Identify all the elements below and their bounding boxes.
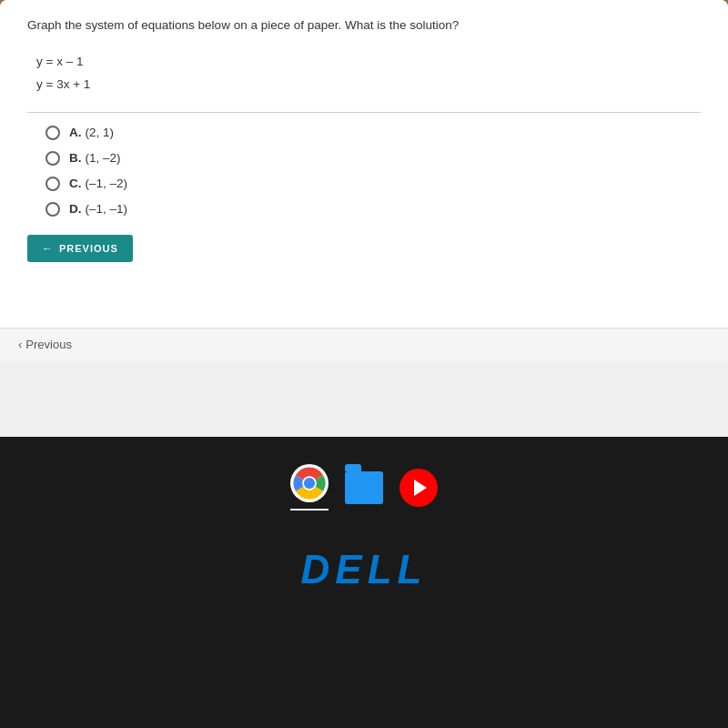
nav-arrow-icon: ‹ (18, 338, 22, 351)
svg-point-3 (304, 478, 315, 489)
previous-button[interactable]: ← PREVIOUS (27, 235, 133, 262)
equations-block: y = x – 1 y = 3x + 1 (27, 51, 701, 96)
quiz-panel: Graph the system of equations below on a… (0, 0, 728, 328)
option-d[interactable]: D. (–1, –1) (46, 202, 701, 217)
taskbar-icons (290, 464, 438, 511)
divider (27, 112, 701, 113)
option-c[interactable]: C. (–1, –2) (46, 177, 701, 191)
monitor-screen: Graph the system of equations below on a… (0, 0, 728, 446)
option-d-label: D. (69, 202, 82, 216)
radio-b[interactable] (46, 151, 60, 166)
folder-icon (345, 471, 383, 504)
chrome-icon-wrapper[interactable] (290, 464, 329, 511)
options-list: A. (2, 1) B. (1, –2) C. (–1, –2) D. (–1,… (27, 126, 701, 217)
equation-2: y = 3x + 1 (36, 74, 701, 96)
dell-logo-area: DELL (301, 547, 428, 592)
page-nav-previous[interactable]: ‹ Previous (18, 338, 72, 351)
option-b[interactable]: B. (1, –2) (46, 151, 701, 166)
equation-1: y = x – 1 (36, 51, 701, 73)
option-a-label: A. (69, 126, 82, 139)
option-c-value: (–1, –2) (86, 177, 128, 190)
youtube-icon-wrapper[interactable] (399, 469, 438, 507)
radio-c[interactable] (46, 177, 60, 191)
youtube-play-icon (414, 480, 427, 496)
page-nav-bar: ‹ Previous (0, 328, 728, 360)
option-a-value: (2, 1) (86, 126, 115, 139)
arrow-left-icon: ← (42, 242, 54, 255)
youtube-icon (399, 469, 438, 507)
dell-logo: DELL (301, 547, 428, 592)
radio-d[interactable] (46, 202, 60, 217)
option-c-label: C. (69, 177, 82, 190)
option-b-value: (1, –2) (86, 151, 121, 165)
chrome-underline (290, 509, 329, 511)
folder-icon-wrapper[interactable] (345, 471, 383, 504)
option-b-label: B. (69, 151, 82, 165)
chrome-icon (290, 464, 329, 502)
taskbar: DELL (0, 437, 728, 728)
option-d-value: (–1, –1) (86, 202, 128, 216)
question-text: Graph the system of equations below on a… (27, 16, 701, 35)
prev-button-label: PREVIOUS (59, 243, 118, 254)
page-nav-prev-label: Previous (25, 338, 72, 351)
radio-a[interactable] (46, 126, 60, 140)
option-a[interactable]: A. (2, 1) (46, 126, 701, 140)
